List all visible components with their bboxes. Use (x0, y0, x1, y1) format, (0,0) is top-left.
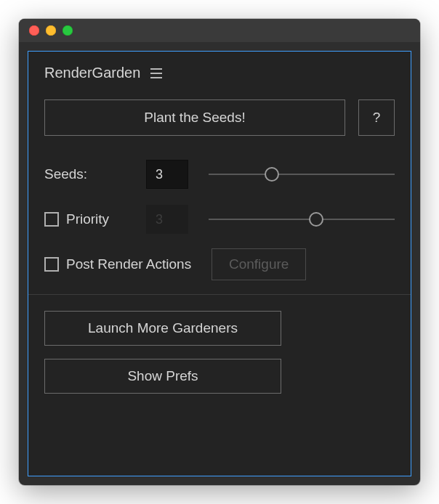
post-render-label-text: Post Render Actions (66, 256, 191, 272)
zoom-icon[interactable] (63, 25, 73, 36)
priority-row: Priority (44, 200, 395, 239)
slider-thumb-icon[interactable] (265, 167, 279, 182)
seeds-row: Seeds: (44, 155, 395, 194)
priority-checkbox[interactable] (44, 212, 59, 227)
configure-button[interactable]: Configure (212, 248, 306, 280)
post-render-label: Post Render Actions (44, 256, 191, 272)
panel-header: RenderGarden (28, 52, 411, 94)
help-button[interactable]: ? (358, 99, 395, 136)
divider (28, 294, 411, 295)
priority-label: Priority (44, 211, 146, 227)
show-prefs-button[interactable]: Show Prefs (44, 359, 281, 394)
menu-icon[interactable] (150, 67, 162, 78)
titlebar (19, 19, 420, 42)
panel-title: RenderGarden (44, 65, 140, 81)
plant-seeds-button[interactable]: Plant the Seeds! (44, 99, 345, 136)
minimize-icon[interactable] (46, 25, 56, 36)
slider-thumb-icon[interactable] (309, 212, 323, 227)
seeds-slider[interactable] (209, 167, 395, 182)
post-render-row: Post Render Actions Configure (44, 245, 395, 284)
window: RenderGarden Plant the Seeds! ? Seeds: (19, 19, 420, 485)
launch-gardeners-button[interactable]: Launch More Gardeners (44, 311, 281, 346)
seeds-input[interactable] (146, 160, 188, 189)
seeds-label: Seeds: (44, 166, 146, 182)
content: Plant the Seeds! ? Seeds: Priority (28, 94, 411, 394)
priority-input[interactable] (146, 205, 188, 234)
priority-label-text: Priority (66, 211, 109, 227)
post-render-checkbox[interactable] (44, 257, 59, 272)
priority-slider[interactable] (209, 212, 395, 227)
close-icon[interactable] (29, 25, 39, 36)
panel: RenderGarden Plant the Seeds! ? Seeds: (28, 51, 411, 476)
